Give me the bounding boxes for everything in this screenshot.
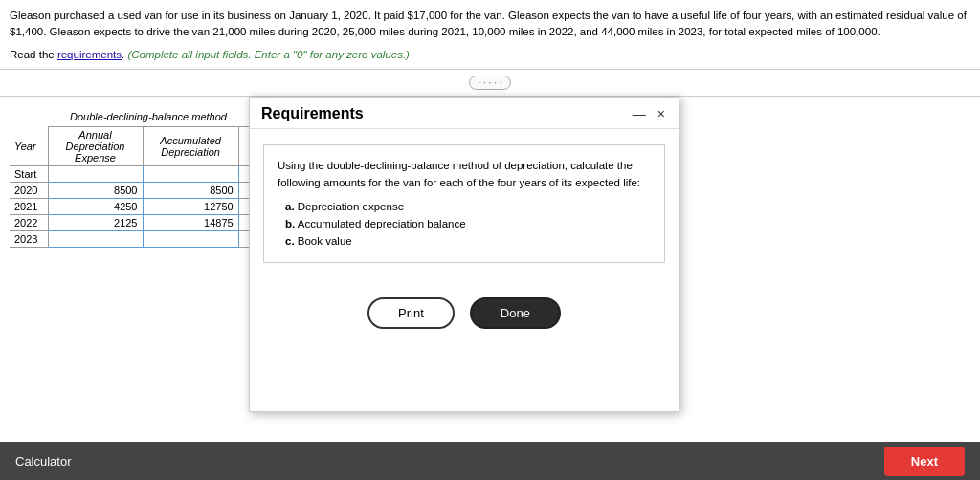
item-b-letter: b. xyxy=(285,218,295,229)
col2-line2: Depreciation xyxy=(66,141,125,152)
table-row: 2021 4250 xyxy=(10,198,287,214)
divider-dots: · · · · · xyxy=(469,76,510,90)
instruction-text: (Complete all input fields. Enter a "0" … xyxy=(127,49,410,60)
dep-expense-2021[interactable] xyxy=(48,198,143,214)
year-2020: 2020 xyxy=(10,182,48,198)
modal-items-list: a. Depreciation expense b. Accumulated d… xyxy=(278,198,651,251)
dep-expense-2022-input[interactable] xyxy=(54,217,138,229)
year-2023: 2023 xyxy=(10,230,48,247)
modal-content-box: Using the double-declining-balance metho… xyxy=(263,144,665,263)
depreciation-table: Year Annual Depreciation Expense Accumul… xyxy=(10,126,287,248)
top-paragraph-area: Gleason purchased a used van for use in … xyxy=(0,0,980,70)
dep-expense-2021-input[interactable] xyxy=(54,201,138,212)
table-section: Double-declining-balance method Year Ann… xyxy=(10,106,287,438)
modal-controls: — × xyxy=(631,106,667,121)
list-item: a. Depreciation expense xyxy=(285,198,651,215)
read-the-text: Read the xyxy=(10,49,57,60)
content-area: Double-declining-balance method Year Ann… xyxy=(0,97,980,447)
dep-expense-start-input[interactable] xyxy=(54,168,138,180)
table-row: Start 17000 xyxy=(10,165,287,182)
requirements-modal: Requirements — × Using the double-declin… xyxy=(249,97,679,412)
col3-line1: Accumulated xyxy=(160,135,221,146)
dep-expense-2022[interactable] xyxy=(48,214,143,230)
table-row: 2023 1400 xyxy=(10,230,287,247)
dep-expense-2023[interactable] xyxy=(48,230,143,247)
done-button[interactable]: Done xyxy=(470,297,561,329)
print-button[interactable]: Print xyxy=(368,297,455,329)
next-button[interactable]: Next xyxy=(884,447,965,476)
accum-dep-2020-input[interactable] xyxy=(148,185,234,196)
modal-footer: Print Done xyxy=(250,278,679,338)
item-a-text: Depreciation expense xyxy=(298,201,404,212)
accum-dep-2023[interactable] xyxy=(143,230,238,247)
col-accum-header: Accumulated Depreciation xyxy=(143,126,238,165)
table-title: Double-declining-balance method xyxy=(10,111,287,122)
item-a-letter: a. xyxy=(285,201,295,212)
year-2022: 2022 xyxy=(10,214,48,230)
modal-header: Requirements — × xyxy=(250,98,679,129)
item-b-text: Accumulated depreciation balance xyxy=(298,218,466,229)
requirements-link[interactable]: requirements xyxy=(57,49,122,60)
accum-dep-start-input[interactable] xyxy=(148,168,234,180)
accum-dep-2020[interactable] xyxy=(143,182,238,198)
calculator-label: Calculator xyxy=(15,454,72,469)
year-2021: 2021 xyxy=(10,198,48,214)
col-dep-header: Annual Depreciation Expense xyxy=(48,126,143,165)
modal-close-button[interactable]: × xyxy=(656,106,667,121)
divider-area: · · · · · xyxy=(0,70,980,97)
table-row: 2020 8500 xyxy=(10,182,287,198)
accum-dep-2022[interactable] xyxy=(143,214,238,230)
modal-body: Using the double-declining-balance metho… xyxy=(250,129,679,278)
main-paragraph: Gleason purchased a used van for use in … xyxy=(10,8,970,41)
accum-dep-2022-input[interactable] xyxy=(148,217,234,229)
accum-dep-2021[interactable] xyxy=(143,198,238,214)
col2-line3: Expense xyxy=(75,152,116,164)
accum-dep-2021-input[interactable] xyxy=(148,201,234,212)
dep-expense-2020-input[interactable] xyxy=(54,185,138,196)
year-start: Start xyxy=(10,165,48,182)
dep-expense-2020[interactable] xyxy=(48,182,143,198)
item-c-text: Book value xyxy=(298,235,352,247)
list-item: c. Book value xyxy=(285,232,651,250)
list-item: b. Accumulated depreciation balance xyxy=(285,215,651,232)
col3-line2: Depreciation xyxy=(161,146,220,158)
dep-expense-start[interactable] xyxy=(48,165,143,182)
modal-title: Requirements xyxy=(261,105,364,122)
accum-dep-start[interactable] xyxy=(143,165,238,182)
table-row: 2022 2125 xyxy=(10,214,287,230)
accum-dep-2023-input[interactable] xyxy=(148,233,234,245)
instruction-line: Read the requirements. (Complete all inp… xyxy=(10,47,970,63)
modal-minimize-button[interactable]: — xyxy=(631,106,648,121)
bottom-bar: Calculator Next xyxy=(0,442,980,480)
col2-line1: Annual xyxy=(78,129,111,141)
col-year-header: Year xyxy=(10,126,48,165)
dep-expense-2023-input[interactable] xyxy=(54,233,138,245)
modal-intro-text: Using the double-declining-balance metho… xyxy=(278,157,651,192)
item-c-letter: c. xyxy=(285,235,295,247)
